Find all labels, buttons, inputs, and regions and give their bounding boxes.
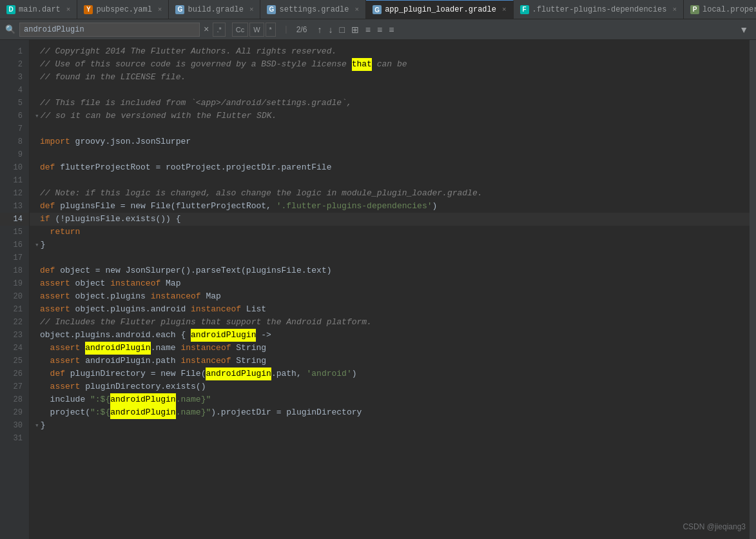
code-line-16: ▾ } <box>30 239 750 251</box>
code-text: import <box>40 135 70 148</box>
code-text: File <box>180 368 200 380</box>
code-line-25: assert androidPlugin.path instanceof Str… <box>30 355 750 368</box>
code-line-9 <box>30 148 750 161</box>
close-icon[interactable]: × <box>355 6 360 14</box>
code-text: (flutterProjectRoot, <box>171 200 276 213</box>
fold-icon[interactable]: ▾ <box>35 419 39 432</box>
line-num-31: 31 <box>0 432 29 445</box>
clear-search-button[interactable]: × <box>204 24 209 35</box>
code-line-11 <box>30 174 750 187</box>
close-icon[interactable]: × <box>672 6 677 14</box>
code-line-5: // This file is included from `<app>/and… <box>30 97 750 110</box>
code-text: object <box>70 277 110 290</box>
fold-icon[interactable]: ▾ <box>35 110 39 122</box>
code-text: def <box>40 264 55 277</box>
tab-main-dart[interactable]: D main.dart × <box>0 0 77 19</box>
search-input[interactable] <box>19 23 200 37</box>
close-icon[interactable]: × <box>502 6 507 14</box>
code-line-18: def object = new JsonSlurper ().parseTex… <box>30 264 750 277</box>
code-line-15: return <box>30 226 750 239</box>
code-text: object = new <box>55 264 125 277</box>
match-case-button[interactable]: Cc <box>232 23 248 37</box>
tab-flutter-plugins-deps[interactable]: F .flutter-plugins-dependencies × <box>514 0 684 19</box>
code-line-24: assert androidPlugin .name instanceof St… <box>30 342 750 355</box>
nav-button-4[interactable]: ⊞ <box>349 24 362 35</box>
code-text: assert <box>40 290 70 303</box>
code-text: String <box>231 342 266 355</box>
code-text: support the Android platform. <box>221 316 372 329</box>
code-text: .path, <box>271 368 307 380</box>
code-text: pluginDirectory.exists() <box>80 380 206 393</box>
tab-pubspec-yaml[interactable]: Y pubspec.yaml × <box>77 0 169 19</box>
code-line-22: // Includes the Flutter plugins that sup… <box>30 316 750 329</box>
search-navigation: ↑ ↓ □ ⊞ ≡ ≡ ≡ <box>315 24 396 35</box>
highlight-that: that <box>352 58 372 71</box>
regex-button[interactable]: * <box>266 23 276 37</box>
code-line-2: // Use of this source code is governed b… <box>30 58 750 71</box>
search-count: 2/6 <box>296 25 307 34</box>
code-text: // Copyright 2014 The Flutter Authors. A… <box>40 45 336 58</box>
line-num-17: 17 <box>0 251 29 264</box>
code-text: assert <box>50 380 81 393</box>
filter-button[interactable]: ▼ <box>737 24 751 35</box>
line-num-10: 10 <box>0 161 29 174</box>
code-text: object.plugins <box>70 290 151 303</box>
code-text: pluginDirectory = new <box>65 368 180 380</box>
line-num-27: 27 <box>0 380 29 393</box>
code-line-21: assert object.plugins.android instanceof… <box>30 303 750 316</box>
editor-area: 1 2 3 4 5 6 7 8 9 10 11 12 13 14 15 16 1… <box>0 40 756 539</box>
line-num-26: 26 <box>0 368 29 380</box>
close-icon[interactable]: × <box>249 6 254 14</box>
code-text: Map <box>201 290 221 303</box>
code-line-7 <box>30 122 750 135</box>
code-text: def <box>40 161 55 174</box>
code-line-29: project( ":${ androidPlugin .name}" ).pr… <box>30 406 750 419</box>
code-line-10: def flutterProjectRoot = rootProject.pro… <box>30 161 750 174</box>
code-text: instanceof <box>180 342 231 355</box>
prev-match-button[interactable]: ↑ <box>315 24 324 35</box>
code-text: assert <box>40 303 70 316</box>
fold-icon[interactable]: ▾ <box>35 239 39 251</box>
next-match-button[interactable]: ↓ <box>325 24 335 35</box>
code-text: '.flutter-plugins-dependencies' <box>276 200 432 213</box>
search-bar: 🔍 × .* Cc W * | 2/6 ↑ ↓ □ ⊞ ≡ ≡ ≡ ▼ <box>0 19 756 40</box>
tab-local-properties[interactable]: P local.properties × <box>684 0 756 19</box>
line-num-1: 1 <box>0 45 29 58</box>
line-num-19: 19 <box>0 277 29 290</box>
close-icon[interactable]: × <box>158 6 162 14</box>
code-text: return <box>50 226 81 239</box>
close-search-button[interactable]: □ <box>336 24 347 35</box>
code-line-31 <box>30 432 750 445</box>
tab-app-plugin-loader[interactable]: G app_plugin_loader.gradle × <box>366 0 513 19</box>
code-line-26: def pluginDirectory = new File ( android… <box>30 368 750 380</box>
tab-label: .flutter-plugins-dependencies <box>532 5 667 14</box>
code-text: flutterProjectRoot = rootProject.project… <box>55 161 331 174</box>
search-regex-button[interactable]: .* <box>213 23 225 37</box>
line-numbers: 1 2 3 4 5 6 7 8 9 10 11 12 13 14 15 16 1… <box>0 40 30 539</box>
highlight-androidplugin-26: androidPlugin <box>206 368 271 380</box>
line-num-18: 18 <box>0 264 29 277</box>
code-text: instanceof <box>191 303 241 316</box>
code-text: ().parseText(pluginsFile.text) <box>180 264 331 277</box>
code-line-3: // found in the LICENSE file. <box>30 71 750 84</box>
nav-button-5[interactable]: ≡ <box>363 24 373 35</box>
line-num-24: 24 <box>0 342 29 355</box>
nav-button-7[interactable]: ≡ <box>386 24 396 35</box>
tab-settings-gradle[interactable]: G settings.gradle × <box>260 0 366 19</box>
code-text: File <box>151 200 171 213</box>
line-num-7: 7 <box>0 122 29 135</box>
code-line-23: object.plugins.android.each { androidPlu… <box>30 329 750 342</box>
code-text: } <box>41 239 46 251</box>
tab-build-gradle[interactable]: G build.gradle × <box>169 0 260 19</box>
code-line-20: assert object.plugins instanceof Map <box>30 290 750 303</box>
close-icon[interactable]: × <box>66 6 71 14</box>
code-area[interactable]: // Copyright 2014 The Flutter Authors. A… <box>30 40 750 539</box>
code-text: .name}" <box>176 393 211 406</box>
whole-word-button[interactable]: W <box>249 23 264 37</box>
line-num-5: 5 <box>0 97 29 110</box>
line-num-23: 23 <box>0 329 29 342</box>
code-line-13: def pluginsFile = new File (flutterProje… <box>30 200 750 213</box>
code-text: instanceof <box>151 290 201 303</box>
tab-label: app_plugin_loader.gradle <box>385 5 496 14</box>
nav-button-6[interactable]: ≡ <box>374 24 385 35</box>
